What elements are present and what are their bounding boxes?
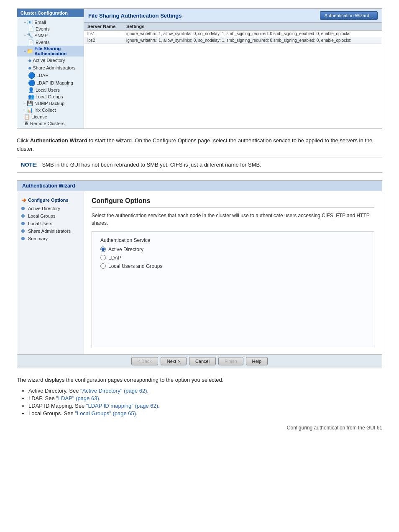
settings-cell: ignore_writethru: 1, allow_symlinks: 0, … xyxy=(123,31,382,37)
wizard-nav-local-groups[interactable]: Local Groups xyxy=(17,212,84,220)
events-icon: 📄 xyxy=(28,39,34,45)
email-icon: 📧 xyxy=(27,19,33,25)
wizard-nav-configure-options[interactable]: ➔ Configure Options xyxy=(17,195,84,205)
expand-icon: − xyxy=(24,20,26,24)
bullet-text: LDAP. See xyxy=(28,395,56,401)
note-box: NOTE: SMB in the GUI has not been rebran… xyxy=(17,157,382,173)
expand-icon: + xyxy=(24,108,26,112)
bullet-text: Active Directory. See xyxy=(28,388,80,394)
radio-ldap[interactable]: LDAP xyxy=(100,255,366,261)
auth-wizard-button[interactable]: Authentication Wizard... xyxy=(320,11,378,20)
radio-active-directory-input[interactable] xyxy=(100,247,106,252)
sidebar-item-license[interactable]: 📋 License xyxy=(17,113,84,120)
col-settings: Settings xyxy=(123,23,382,31)
wizard-panel-header: Authentication Wizard xyxy=(17,181,382,191)
remote-clusters-icon: 🖥 xyxy=(24,121,29,126)
table-row: lbs2 ignore_writethru: 1, allow_symlinks… xyxy=(84,37,382,44)
auth-service-label: Authentication Service xyxy=(100,237,366,243)
sidebar-item-share-admins[interactable]: ● Share Administrators xyxy=(17,64,84,72)
sidebar-item-local-users[interactable]: 👤 Local Users xyxy=(17,87,84,93)
expand-icon: − xyxy=(24,33,26,38)
ldap-link[interactable]: "LDAP" (page 63). xyxy=(56,395,100,401)
wizard-main-content: Configure Options Select the authenticat… xyxy=(84,191,382,354)
sidebar-item-email-events[interactable]: 📄 Events xyxy=(17,26,84,32)
file-sharing-panel: File Sharing Authentication Settings Aut… xyxy=(84,9,382,129)
radio-active-directory-label: Active Directory xyxy=(108,247,143,252)
wizard-nav-share-administrators[interactable]: Share Administrators xyxy=(17,227,84,235)
arrow-icon: ➔ xyxy=(21,197,26,203)
sidebar-item-active-directory[interactable]: ● Active Directory xyxy=(17,57,84,64)
radio-local-users-groups-input[interactable] xyxy=(100,263,106,269)
sidebar-item-ldap-id-mapping[interactable]: 🔵 LDAP ID Mapping xyxy=(17,79,84,87)
file-sharing-title: File Sharing Authentication Settings xyxy=(88,13,182,19)
sidebar-item-label: SNMP xyxy=(34,33,48,38)
ldap-id-icon: 🔵 xyxy=(28,80,35,86)
cluster-sidebar: Cluster Configuration − 📧 Email 📄 Events… xyxy=(17,9,84,129)
list-item: Active Directory. See "Active Directory"… xyxy=(28,388,382,394)
help-button[interactable]: Help xyxy=(246,357,268,365)
sidebar-item-file-sharing[interactable]: − 📁 File Sharing Authentication xyxy=(17,46,84,57)
back-button[interactable]: < Back xyxy=(131,357,158,365)
file-sharing-icon: 📁 xyxy=(27,48,33,54)
wizard-nav-label: Local Groups xyxy=(28,213,55,218)
note-text: SMB in the GUI has not been rebranded to… xyxy=(42,161,261,169)
sidebar-item-label: Irix Collect xyxy=(34,108,56,113)
finish-button[interactable]: Finish xyxy=(218,357,243,365)
radio-ldap-input[interactable] xyxy=(100,255,106,260)
irix-icon: 📊 xyxy=(27,107,33,113)
sidebar-tree: − 📧 Email 📄 Events − 🔧 SNMP 📄 Events − xyxy=(17,17,84,129)
dot-icon xyxy=(21,207,25,210)
sidebar-item-label: Local Groups xyxy=(36,94,63,99)
sidebar-item-label: Remote Clusters xyxy=(30,121,64,126)
local-users-icon: 👤 xyxy=(28,87,34,93)
bullet-text: LDAP ID Mapping. See xyxy=(28,403,86,409)
cancel-button[interactable]: Cancel xyxy=(189,357,216,365)
wizard-nav-local-users[interactable]: Local Users xyxy=(17,220,84,227)
wizard-nav-active-directory[interactable]: Active Directory xyxy=(17,205,84,212)
server-name-cell: lbs1 xyxy=(84,31,123,37)
sidebar-item-ndmp[interactable]: + 💾 NDMP Backup xyxy=(17,100,84,107)
wizard-main-title: Configure Options xyxy=(92,197,374,208)
radio-local-users-groups[interactable]: Local Users and Groups xyxy=(100,263,366,269)
cluster-sidebar-header: Cluster Configuration xyxy=(17,9,84,17)
wizard-nav-label: Active Directory xyxy=(28,206,60,211)
list-item: LDAP. See "LDAP" (page 63). xyxy=(28,395,382,401)
sidebar-item-local-groups[interactable]: 👥 Local Groups xyxy=(17,93,84,100)
table-row: lbs1 ignore_writethru: 1, allow_symlinks… xyxy=(84,31,382,37)
radio-local-users-groups-label: Local Users and Groups xyxy=(108,263,162,269)
wizard-nav-label: Configure Options xyxy=(28,198,69,203)
top-cluster-panel: Cluster Configuration − 📧 Email 📄 Events… xyxy=(17,8,382,129)
wizard-sidebar: ➔ Configure Options Active Directory Loc… xyxy=(17,191,84,354)
dot-icon xyxy=(21,237,25,240)
radio-active-directory[interactable]: Active Directory xyxy=(100,247,366,252)
wizard-footer: < Back Next > Cancel Finish Help xyxy=(17,354,382,368)
sidebar-item-irix[interactable]: + 📊 Irix Collect xyxy=(17,107,84,113)
sidebar-item-snmp-events[interactable]: 📄 Events xyxy=(17,39,84,46)
active-directory-icon: ● xyxy=(28,57,31,64)
radio-ldap-label: LDAP xyxy=(108,255,121,261)
dot-icon xyxy=(21,222,25,225)
sidebar-item-email[interactable]: − 📧 Email xyxy=(17,19,84,26)
local-groups-link[interactable]: "Local Groups" (page 65). xyxy=(75,410,137,416)
auth-service-box: Authentication Service Active Directory … xyxy=(92,231,374,348)
next-button[interactable]: Next > xyxy=(161,357,187,365)
active-directory-link[interactable]: "Active Directory" (page 62). xyxy=(80,388,148,394)
expand-icon: + xyxy=(24,101,26,105)
settings-cell: ignore_writethru: 1, allow_symlinks: 0, … xyxy=(123,37,382,44)
local-groups-icon: 👥 xyxy=(28,94,34,100)
server-name-cell: lbs2 xyxy=(84,37,123,44)
wizard-description: Select the authentication services that … xyxy=(92,212,374,227)
auth-settings-table: Server Name Settings lbs1 ignore_writeth… xyxy=(84,23,382,44)
sidebar-item-label: LDAP ID Mapping xyxy=(36,80,73,85)
sidebar-item-label: Active Directory xyxy=(33,58,65,63)
sidebar-item-ldap[interactable]: 🔵 LDAP xyxy=(17,72,84,79)
ldap-icon: 🔵 xyxy=(28,72,35,79)
sidebar-item-label: LDAP xyxy=(36,73,49,78)
authentication-wizard-panel: Authentication Wizard ➔ Configure Option… xyxy=(17,180,382,368)
ldap-id-mapping-link[interactable]: "LDAP ID mapping" (page 62). xyxy=(86,403,160,409)
bottom-description: The wizard displays the configuration pa… xyxy=(17,376,382,385)
sidebar-item-label: License xyxy=(31,114,47,119)
sidebar-item-snmp[interactable]: − 🔧 SNMP xyxy=(17,32,84,39)
sidebar-item-remote-clusters[interactable]: 🖥 Remote Clusters xyxy=(17,120,84,127)
wizard-nav-summary[interactable]: Summary xyxy=(17,235,84,242)
